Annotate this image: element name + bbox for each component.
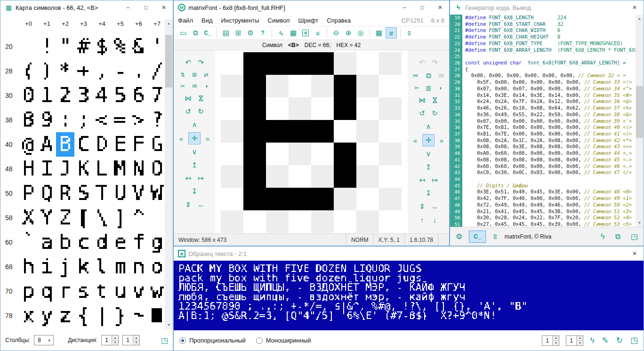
zoom-reset-icon[interactable]: ◎ — [355, 27, 366, 39]
minimize-button[interactable]: – — [119, 0, 137, 15]
char-cell[interactable] — [93, 157, 111, 181]
char-cell[interactable] — [56, 59, 74, 83]
open-output-icon[interactable]: ◳ — [631, 232, 638, 241]
charmap-window-icon[interactable]: ▦ — [288, 27, 299, 39]
move-tool-icon[interactable]: ✛ — [422, 134, 435, 146]
char-cell[interactable] — [19, 279, 38, 303]
char-cell[interactable] — [111, 255, 129, 279]
shift-down-icon[interactable]: ∨ — [189, 146, 200, 158]
save-font-icon[interactable]: ▤ — [220, 27, 232, 39]
menu-symbol[interactable]: Символ — [264, 17, 294, 24]
char-cell[interactable] — [56, 108, 74, 132]
shift-up-icon[interactable]: ∧ — [189, 119, 200, 130]
char-cell[interactable] — [148, 34, 166, 59]
char-cell[interactable] — [74, 132, 93, 157]
rotate-cw-icon[interactable]: ↻ — [195, 106, 207, 117]
rotate-cw-icon[interactable]: ↻ — [429, 108, 441, 119]
char-cell[interactable] — [74, 83, 93, 108]
char-cell[interactable] — [19, 34, 38, 59]
stepper-down-icon[interactable]: ▼ — [577, 341, 583, 345]
char-cell[interactable] — [93, 279, 111, 303]
scale-down-icon[interactable]: ↓ — [429, 214, 441, 225]
stepper-down-icon[interactable]: ▼ — [112, 341, 118, 345]
char-cell[interactable] — [74, 206, 93, 230]
open-font-icon[interactable]: ⧉ — [190, 27, 201, 39]
char-cell[interactable] — [111, 59, 129, 83]
clear-glyph-icon[interactable]: ✂ — [177, 81, 188, 91]
char-cell[interactable] — [93, 206, 111, 230]
char-cell[interactable] — [111, 230, 129, 255]
maximize-button[interactable]: □ — [137, 0, 155, 15]
sample-scale-y-stepper[interactable]: 1 ▲ ▼ — [566, 335, 583, 346]
scrollbar-thumb[interactable] — [165, 35, 172, 88]
char-cell[interactable] — [148, 181, 166, 206]
char-cell[interactable] — [129, 255, 148, 279]
flip-vertical-icon[interactable]: ⋈ — [429, 95, 441, 106]
char-cell[interactable] — [111, 279, 129, 303]
new-font-icon[interactable]: ▭ — [177, 27, 189, 39]
char-cell[interactable] — [148, 255, 166, 279]
char-cell[interactable] — [56, 181, 74, 206]
shift-left-icon[interactable]: « — [410, 135, 421, 146]
generate-code-icon[interactable]: ϟ — [601, 232, 604, 241]
flip-horizontal-icon[interactable]: ⋈ — [417, 95, 428, 106]
char-cell[interactable] — [129, 206, 148, 230]
generate-icon[interactable]: ϟ — [590, 336, 594, 345]
char-cell[interactable] — [93, 108, 111, 132]
copy-code-icon[interactable]: ⧉ — [615, 232, 620, 241]
insert-column-icon[interactable]: ⇄ — [201, 70, 211, 80]
char-cell[interactable] — [19, 303, 38, 328]
char-cell[interactable] — [93, 255, 111, 279]
stepper-up-icon[interactable]: ▲ — [133, 335, 139, 341]
char-cell[interactable] — [74, 108, 93, 132]
distance-x-stepper[interactable]: 1 ▲ ▼ — [101, 335, 119, 345]
char-cell[interactable] — [56, 132, 74, 157]
resize-canvas-icon[interactable]: ⊞ — [189, 70, 200, 80]
char-cell[interactable] — [93, 83, 111, 108]
scale-up-icon[interactable]: ↑ — [417, 214, 428, 225]
char-cell[interactable] — [38, 132, 56, 157]
char-cell[interactable] — [38, 59, 56, 83]
refresh-icon[interactable]: ↻ — [616, 335, 623, 345]
char-cell[interactable] — [111, 206, 129, 230]
scrollbar-thumb[interactable] — [636, 86, 643, 138]
cut-icon[interactable]: ✂ — [410, 70, 421, 81]
sample-scale-x-stepper[interactable]: 1 ▲ ▼ — [542, 335, 559, 346]
align-bottom-icon[interactable]: ↧ — [423, 188, 434, 199]
align-top-icon[interactable]: ↥ — [189, 160, 200, 171]
align-right-icon[interactable]: ↦ — [195, 173, 207, 184]
char-cell[interactable] — [129, 108, 148, 132]
char-cell[interactable] — [129, 303, 148, 328]
redo-icon[interactable]: ↷ — [195, 57, 207, 68]
export-icon[interactable]: ◳ — [630, 335, 638, 345]
char-cell[interactable] — [38, 157, 56, 181]
charmap-scrollbar[interactable]: ▲ ▼ — [165, 19, 173, 329]
char-cell[interactable] — [129, 230, 148, 255]
char-cell[interactable] — [19, 181, 38, 206]
char-cell[interactable] — [56, 303, 74, 328]
scroll-down-icon[interactable]: ▼ — [165, 321, 173, 329]
maximize-button[interactable]: □ — [413, 0, 431, 15]
char-cell[interactable] — [93, 303, 111, 328]
monospace-radio[interactable]: Моноширинный — [256, 337, 311, 344]
fill-icon[interactable]: ▥ — [423, 83, 434, 93]
char-cell[interactable] — [74, 34, 93, 59]
zoom-out-icon[interactable]: ⊖ — [330, 27, 342, 39]
char-cell[interactable] — [56, 83, 74, 108]
char-cell[interactable] — [56, 34, 74, 59]
char-cell[interactable] — [19, 132, 38, 157]
flip-vertical-icon[interactable]: ⋈ — [195, 93, 207, 104]
char-cell[interactable] — [111, 157, 129, 181]
char-cell[interactable] — [111, 83, 129, 108]
output-window-icon[interactable]: ≡ — [312, 27, 323, 39]
paperclip-icon[interactable]: ∞ — [491, 234, 499, 239]
paperclip-icon[interactable]: ∞ — [404, 27, 415, 39]
shift-up-icon[interactable]: ∧ — [423, 121, 434, 132]
char-cell[interactable] — [93, 132, 111, 157]
invert-glyph-icon[interactable]: ◑ — [201, 81, 211, 91]
shift-down-icon[interactable]: ∨ — [423, 148, 434, 160]
shift-right-icon[interactable]: » — [202, 133, 213, 144]
char-cell[interactable] — [129, 59, 148, 83]
center-vertical-icon[interactable]: ⇕ — [183, 199, 194, 210]
rotate-ccw-icon[interactable]: ↺ — [417, 108, 428, 119]
